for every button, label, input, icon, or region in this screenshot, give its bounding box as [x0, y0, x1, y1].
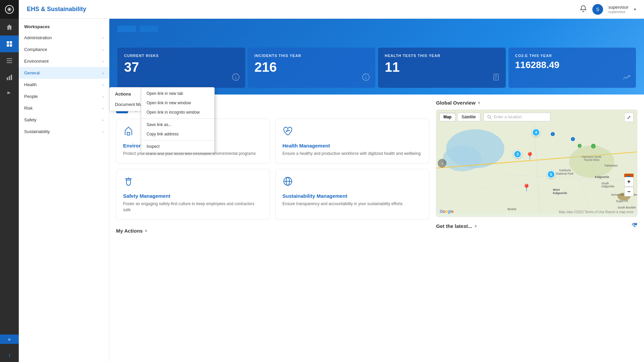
- map-container[interactable]: Hannans North Tourist Mine Parkeston Kar…: [436, 110, 637, 217]
- map-zoom-in-btn[interactable]: +: [624, 177, 634, 186]
- map-zoom-out-btn[interactable]: −: [624, 187, 634, 196]
- get-latest-title: Get the latest... ∧: [436, 223, 477, 229]
- content-area: CURRENT RISKS 37 INCIDENTS THIS YEA: [109, 19, 644, 362]
- svg-point-2: [9, 9, 10, 10]
- stats-cards-row: CURRENT RISKS 37 INCIDENTS THIS YEA: [109, 42, 644, 95]
- workspace-item-health[interactable]: Health ›: [19, 79, 109, 90]
- stat-label-risks: CURRENT RISKS: [124, 54, 238, 58]
- map-btn-satellite[interactable]: Satellite: [457, 113, 480, 121]
- svg-text:Kalgoorlie: Kalgoorlie: [553, 191, 567, 195]
- my-actions-title: My Actions ∧: [116, 228, 429, 234]
- sidebar-grid-icon[interactable]: [0, 36, 19, 52]
- svg-text:Hannans North: Hannans North: [582, 155, 602, 159]
- stat-icon-health: [492, 73, 500, 83]
- body-area: Workspaces Administration › Compliance ›…: [19, 19, 644, 362]
- health-icon: [282, 126, 422, 139]
- map-btn-map[interactable]: Map: [439, 113, 456, 121]
- workspace-arrow-compliance: ›: [102, 48, 104, 52]
- svg-rect-5: [7, 44, 9, 47]
- safety-icon: [123, 176, 263, 189]
- stat-card-co2[interactable]: CO2-E THIS YEAR 116288.49: [508, 48, 636, 88]
- workspaces-title: Workspaces: [19, 19, 109, 32]
- map-scroll-btn[interactable]: ›: [438, 159, 446, 168]
- stat-label-health: HEALTH TESTS THIS YEAR: [385, 54, 499, 58]
- map-poi-blue: i: [571, 137, 575, 143]
- svg-rect-7: [7, 58, 12, 59]
- svg-text:Binduli: Binduli: [507, 207, 516, 211]
- notification-bell-icon[interactable]: [580, 5, 587, 14]
- svg-text:Karikurla: Karikurla: [559, 169, 571, 172]
- workspace-item-people[interactable]: People ›: [19, 90, 109, 102]
- expand-sidebar-btn[interactable]: »: [0, 335, 19, 344]
- google-logo: Google: [440, 209, 453, 214]
- workspace-arrow-sustainability: ›: [102, 130, 104, 134]
- icon-sidebar: » ℹ: [0, 0, 19, 362]
- svg-rect-4: [10, 41, 12, 44]
- sidebar-chart-icon[interactable]: [0, 69, 19, 86]
- main-wrapper: EHS & Sustainability S supervisor superv…: [19, 0, 644, 362]
- global-overview-chevron[interactable]: ∧: [478, 101, 480, 105]
- top-header: EHS & Sustainability S supervisor superv…: [19, 0, 644, 19]
- workspace-arrow-general: ›: [102, 71, 104, 75]
- workspace-item-risk[interactable]: Risk ›: [19, 102, 109, 114]
- stat-icon-co2: [623, 73, 631, 83]
- workspace-arrow-people: ›: [102, 95, 104, 99]
- hero-section: CURRENT RISKS 37 INCIDENTS THIS YEA: [109, 19, 644, 95]
- sidebar-home-icon[interactable]: [0, 19, 19, 36]
- stat-label-incidents: INCIDENTS THIS YEAR: [255, 54, 369, 58]
- stat-icon-incidents: [362, 73, 370, 83]
- map-search[interactable]: Enter a location: [483, 113, 550, 121]
- app-logo[interactable]: [0, 0, 19, 19]
- workspace-arrow-health: ›: [102, 83, 104, 87]
- map-museum-icon: i: [591, 143, 596, 150]
- svg-text:South Boulder: South Boulder: [618, 206, 636, 209]
- refresh-icon-btn[interactable]: [631, 222, 637, 230]
- svg-rect-8: [7, 60, 12, 61]
- svg-text:National Park: National Park: [556, 172, 574, 175]
- info-bottom-icon[interactable]: ℹ: [0, 350, 19, 361]
- stat-card-incidents[interactable]: INCIDENTS THIS YEAR 216: [248, 48, 376, 88]
- map-pin-1[interactable]: 📍: [525, 152, 534, 161]
- user-info: supervisor supervisor: [608, 5, 629, 14]
- map-pin-2[interactable]: 📍: [522, 184, 531, 192]
- stat-label-co2: CO2-E THIS YEAR: [515, 54, 630, 58]
- svg-line-60: [490, 118, 491, 119]
- stat-card-health-tests[interactable]: HEALTH TESTS THIS YEAR 11: [378, 48, 506, 88]
- workspace-item-compliance[interactable]: Compliance ›: [19, 44, 109, 55]
- hero-action-btn2[interactable]: [140, 25, 158, 32]
- user-dropdown-arrow[interactable]: ▾: [634, 7, 636, 12]
- my-actions-section: My Actions ∧: [116, 228, 429, 234]
- stat-value-incidents: 216: [255, 60, 369, 74]
- sidebar-flag-icon[interactable]: [0, 86, 19, 103]
- get-latest-chevron[interactable]: ∧: [474, 224, 477, 228]
- sidebar-list-icon[interactable]: [0, 52, 19, 69]
- stat-icon-risks: [232, 73, 240, 83]
- my-actions-chevron[interactable]: ∧: [145, 229, 147, 233]
- workspace-item-safety[interactable]: Safety ›: [19, 114, 109, 126]
- hero-action-btn1[interactable]: [117, 25, 136, 32]
- map-poi-green: i: [577, 143, 582, 149]
- workspace-item-general[interactable]: General ›: [19, 67, 109, 79]
- map-footer-text: Map data ©2022 Terms of Use Report a map…: [559, 210, 634, 214]
- mgmt-card-safety[interactable]: Safety Management Foster an engaging saf…: [116, 169, 270, 220]
- workspace-item-environment[interactable]: Environment ›: [19, 55, 109, 67]
- svg-point-18: [366, 78, 366, 79]
- svg-text:South: South: [601, 182, 609, 185]
- mgmt-card-sustainability[interactable]: Sustainability Management Ensure transpa…: [275, 169, 429, 220]
- user-avatar: S: [592, 4, 603, 15]
- svg-rect-9: [7, 62, 12, 63]
- svg-text:i: i: [552, 133, 553, 136]
- svg-rect-29: [127, 132, 130, 135]
- mgmt-card-title-safety: Safety Management: [123, 193, 263, 199]
- svg-text:Tourist Mine: Tourist Mine: [584, 158, 600, 162]
- map-controls: Map Satellite: [439, 113, 480, 121]
- workspace-item-sustainability[interactable]: Sustainability ›: [19, 126, 109, 137]
- stat-card-current-risks[interactable]: CURRENT RISKS 37: [117, 48, 245, 88]
- map-fullscreen-btn[interactable]: ⤢: [624, 113, 634, 122]
- svg-rect-3: [7, 41, 9, 44]
- svg-text:Kalgoorlie: Kalgoorlie: [595, 175, 609, 179]
- mgmt-card-health[interactable]: Health Management Ensure a healthy and p…: [275, 119, 429, 164]
- workspace-arrow-safety: ›: [102, 118, 104, 122]
- workspace-item-administration[interactable]: Administration ›: [19, 32, 109, 44]
- stat-value-risks: 37: [124, 60, 238, 74]
